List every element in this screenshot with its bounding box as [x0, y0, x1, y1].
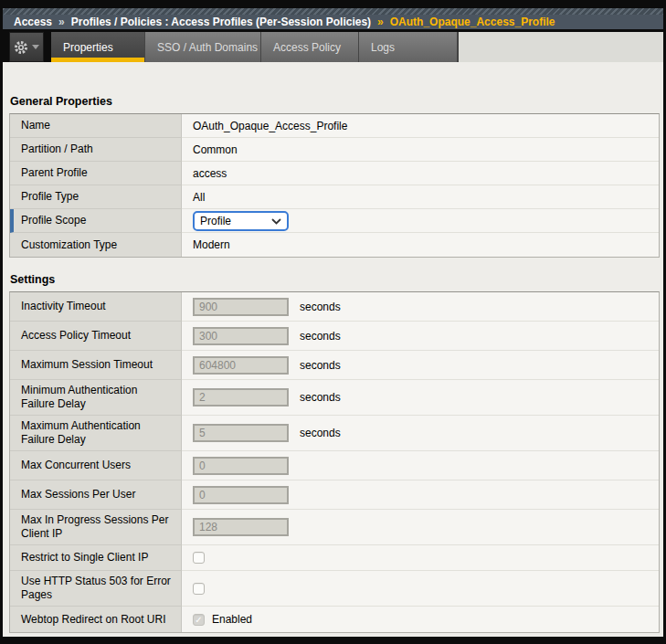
- row-label-text: Maximum Session Timeout: [21, 358, 153, 372]
- row-label: Use HTTP Status 503 for Error Pages: [10, 571, 182, 607]
- row-label-text: Profile Scope: [21, 214, 86, 227]
- tab-properties[interactable]: Properties: [51, 32, 145, 62]
- general-properties-table: NameOAuth_Opaque_Access_ProfilePartition…: [9, 113, 660, 258]
- row-label: Customization Type: [10, 233, 182, 257]
- options-menu-button[interactable]: [9, 32, 44, 62]
- row-label-text: Max Concurrent Users: [21, 459, 131, 472]
- selected-option-label: Profile: [200, 215, 271, 227]
- row-label-text: Name: [21, 119, 50, 132]
- table-row: Restrict to Single Client IP: [10, 545, 659, 571]
- table-row: Max Concurrent Users: [10, 451, 659, 480]
- checkbox-state-label: Enabled: [212, 613, 252, 626]
- table-row: Minimum Authentication Failure Delayseco…: [10, 380, 659, 416]
- row-label: Profile Scope: [10, 209, 182, 233]
- gear-icon: [14, 40, 28, 55]
- row-label-text: Max In Progress Sessions Per Client IP: [21, 513, 174, 541]
- row-label-text: Use HTTP Status 503 for Error Pages: [21, 575, 174, 602]
- row-value-text: Common: [193, 143, 238, 156]
- restrict-to-single-client-ip-checkbox[interactable]: [193, 552, 205, 564]
- use-http-status-503-for-error-pages-checkbox[interactable]: [193, 583, 205, 595]
- row-value: [182, 510, 659, 545]
- access-policy-timeout-input: [193, 327, 289, 345]
- table-row: Inactivity Timeoutseconds: [10, 292, 659, 322]
- unit-label: seconds: [300, 301, 341, 313]
- tab-list: PropertiesSSO / Auth DomainsAccess Polic…: [51, 32, 458, 62]
- tab-access-policy[interactable]: Access Policy: [261, 32, 359, 62]
- row-label-text: Minimum Authentication Failure Delay: [21, 384, 174, 411]
- webtop-redirect-on-root-uri-checkbox: [193, 614, 205, 626]
- row-value-text: Modern: [193, 238, 230, 251]
- breadcrumb-current-item: OAuth_Opaque_Access_Profile: [390, 16, 555, 28]
- row-value: Profile: [182, 209, 659, 233]
- row-label: Minimum Authentication Failure Delay: [10, 380, 182, 416]
- tab-bar: PropertiesSSO / Auth DomainsAccess Polic…: [3, 29, 663, 62]
- tab-bar-filler: [458, 32, 663, 62]
- row-value: seconds: [182, 351, 659, 380]
- settings-title: Settings: [10, 273, 660, 286]
- row-value: [182, 480, 659, 510]
- row-value: [182, 451, 659, 480]
- max-concurrent-users-input: [193, 457, 289, 475]
- row-value: OAuth_Opaque_Access_Profile: [182, 114, 659, 138]
- row-label: Partition / Path: [10, 138, 182, 162]
- row-value: [182, 545, 659, 571]
- bigip-window: Access » Profiles / Policies : Access Pr…: [0, 0, 666, 644]
- maximum-authentication-failure-delay-input: [193, 424, 289, 442]
- tab-label: SSO / Auth Domains: [157, 41, 258, 54]
- row-value: Enabled: [182, 607, 659, 632]
- table-row: Max In Progress Sessions Per Client IP: [10, 510, 659, 545]
- table-row: Use HTTP Status 503 for Error Pages: [10, 571, 659, 607]
- breadcrumb-hatch-texture: [3, 8, 663, 15]
- row-label: Parent Profile: [10, 162, 182, 185]
- row-label-text: Max Sessions Per User: [21, 488, 135, 501]
- tab-sso-auth-domains[interactable]: SSO / Auth Domains: [145, 32, 261, 62]
- breadcrumb-section-link[interactable]: Access: [14, 16, 52, 28]
- table-row: Partition / PathCommon: [10, 138, 659, 162]
- unit-label: seconds: [300, 330, 341, 343]
- row-value: [182, 571, 659, 607]
- row-value: seconds: [182, 292, 659, 322]
- table-row: Webtop Redirect on Root URIEnabled: [10, 607, 659, 632]
- row-label: Restrict to Single Client IP: [10, 545, 182, 571]
- row-label: Max Concurrent Users: [10, 451, 182, 480]
- table-row: Profile TypeAll: [10, 185, 659, 209]
- unit-label: seconds: [300, 391, 341, 404]
- row-label-text: Customization Type: [21, 238, 117, 252]
- table-row: Max Sessions Per User: [10, 480, 659, 510]
- row-label: Webtop Redirect on Root URI: [10, 607, 182, 632]
- caret-down-icon: [32, 45, 39, 49]
- max-in-progress-sessions-per-client-ip-input: [193, 518, 289, 536]
- tab-label: Access Policy: [273, 41, 341, 54]
- row-label-text: Profile Type: [21, 190, 79, 204]
- table-row: NameOAuth_Opaque_Access_Profile: [10, 114, 659, 138]
- row-label-text: Parent Profile: [21, 166, 88, 180]
- row-label: Inactivity Timeout: [10, 292, 182, 322]
- row-label: Max Sessions Per User: [10, 480, 182, 510]
- row-label: Max In Progress Sessions Per Client IP: [10, 510, 182, 545]
- table-row: Customization TypeModern: [10, 233, 659, 257]
- row-label: Maximum Session Timeout: [10, 351, 182, 380]
- table-row: Access Policy Timeoutseconds: [10, 322, 659, 351]
- row-value: seconds: [182, 380, 659, 416]
- row-value: Modern: [182, 233, 659, 257]
- table-row: Maximum Session Timeoutseconds: [10, 351, 659, 380]
- row-label: Name: [10, 114, 182, 138]
- breadcrumb-path-link[interactable]: Profiles / Policies : Access Profiles (P…: [71, 16, 371, 28]
- table-row: Profile ScopeProfile: [10, 209, 659, 233]
- breadcrumb-separator: »: [58, 16, 65, 28]
- row-value-text: access: [193, 167, 227, 180]
- tab-label: Properties: [63, 41, 113, 54]
- row-label-text: Webtop Redirect on Root URI: [21, 613, 166, 627]
- settings-table: Inactivity TimeoutsecondsAccess Policy T…: [9, 291, 660, 633]
- row-value-text: All: [193, 191, 205, 204]
- tab-logs[interactable]: Logs: [359, 32, 458, 62]
- row-label-text: Restrict to Single Client IP: [21, 551, 148, 565]
- row-label-text: Access Policy Timeout: [21, 329, 131, 343]
- maximum-session-timeout-input: [193, 356, 289, 375]
- row-label: Access Policy Timeout: [10, 322, 182, 351]
- unit-label: seconds: [300, 359, 341, 372]
- row-label: Maximum Authentication Failure Delay: [10, 416, 182, 451]
- table-row: Maximum Authentication Failure Delayseco…: [10, 416, 659, 451]
- main-content: General Properties NameOAuth_Opaque_Acce…: [3, 62, 663, 637]
- profile-scope-select[interactable]: Profile: [193, 211, 289, 231]
